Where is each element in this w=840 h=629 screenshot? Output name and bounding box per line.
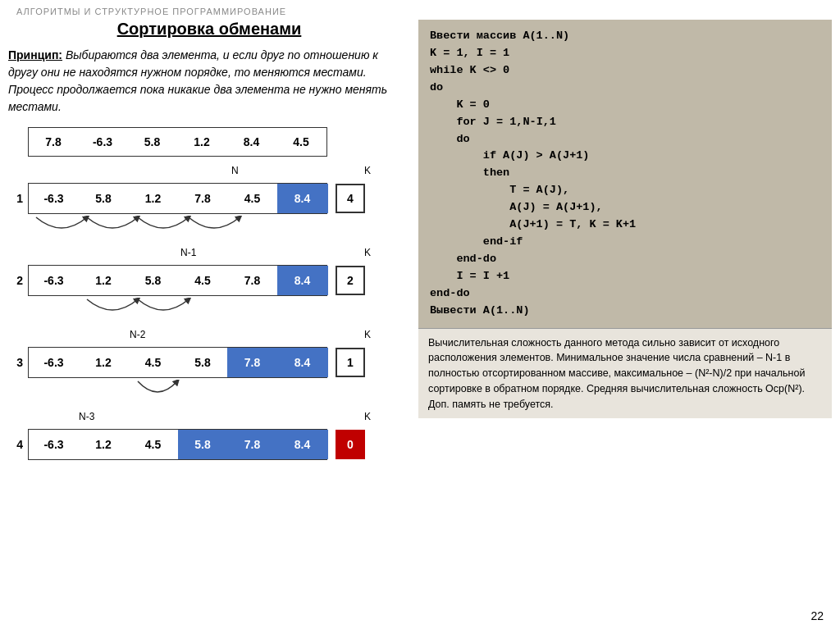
r1-c2: 1.2 (128, 184, 179, 213)
code-block: Ввести массив A(1..N) K = 1, I = 1 while… (418, 20, 832, 328)
arrows-row1 (28, 216, 340, 240)
code-line-9: then (430, 165, 820, 182)
page-number: 22 (810, 609, 824, 622)
k-badge-2: 2 (336, 266, 365, 295)
k-label-3: K (364, 329, 371, 340)
n-label-2: N-1 (180, 247, 196, 258)
sort-row-1-section: N K 1 -6.3 5.8 1.2 7.8 4.5 8.4 4 (8, 165, 410, 242)
r1-c5: 8.4 (277, 184, 328, 213)
r1-c4: 4.5 (227, 184, 278, 213)
principle-body: Выбираются два элемента, и если друг по … (8, 48, 387, 113)
sort-row-3-section: N-2 K 3 -6.3 1.2 4.5 5.8 7.8 8.4 1 (8, 329, 410, 406)
kw-do2: do (456, 133, 469, 145)
row-label-1: 1 (8, 192, 23, 205)
left-panel: Сортировка обменами Принцип: Выбираются … (8, 20, 410, 460)
k-badge-3: 1 (336, 348, 365, 377)
r2-c0: -6.3 (29, 266, 80, 295)
kw-if: if (483, 149, 496, 162)
r2-c3: 4.5 (178, 266, 229, 295)
k-badge-4: 0 (336, 430, 365, 459)
r4-c4: 7.8 (227, 430, 278, 459)
code-line-4: do (430, 80, 820, 97)
kw-while: while (430, 64, 463, 76)
k-badge-1: 4 (336, 184, 365, 213)
cell-init-3: 1.2 (177, 127, 228, 157)
r3-c0: -6.3 (29, 348, 80, 377)
code-line-10: T = A(J), (430, 182, 820, 199)
r3-c4: 7.8 (227, 348, 278, 377)
cell-init-1: -6.3 (78, 127, 129, 157)
row-label-4: 4 (8, 438, 23, 451)
cell-init-0: 7.8 (28, 127, 79, 157)
kw-for: for (456, 116, 476, 128)
n-label-4: N-3 (79, 411, 94, 422)
sort-row-4-section: N-3 K 4 -6.3 1.2 4.5 5.8 7.8 8.4 0 (8, 411, 410, 460)
code-line-6: for J = 1,N-I,1 (430, 114, 820, 131)
page-header: АЛГОРИТМЫ И СТРУКТУРНОЕ ПРОГРАММИРОВАНИЕ (0, 0, 840, 20)
k-label-1: K (364, 165, 371, 176)
principle-label: Принцип: (8, 48, 62, 62)
sort-row-2-section: N-1 K 2 -6.3 1.2 5.8 4.5 7.8 8.4 2 (8, 247, 410, 324)
r3-c3: 5.8 (178, 348, 229, 377)
r1-c3: 7.8 (178, 184, 229, 213)
kw-enddo2: end-do (430, 287, 470, 299)
kw-do1: do (430, 81, 443, 93)
r4-c1: 1.2 (79, 430, 130, 459)
r2-c2: 5.8 (128, 266, 179, 295)
principle-text: Принцип: Выбираются два элемента, и если… (8, 47, 410, 116)
kw-enddo1: end-do (456, 253, 496, 265)
complexity-text: Вычислительная сложность данного метода … (418, 328, 832, 419)
r1-c0: -6.3 (29, 184, 80, 213)
cell-init-5: 4.5 (276, 127, 327, 157)
code-line-8: if A(J) > A(J+1) (430, 148, 820, 165)
initial-array: 7.8 -6.3 5.8 1.2 8.4 4.5 (28, 127, 410, 157)
section-title: Сортировка обменами (8, 20, 410, 39)
r4-c5: 8.4 (277, 430, 328, 459)
r2-c4: 7.8 (227, 266, 278, 295)
header-title: АЛГОРИТМЫ И СТРУКТУРНОЕ ПРОГРАММИРОВАНИЕ (16, 7, 286, 16)
row-label-3: 3 (8, 356, 23, 369)
arrows-row2 (28, 298, 340, 322)
n-label-3: N-2 (130, 329, 145, 340)
k-label-4: K (364, 411, 371, 422)
code-line-3: while K <> 0 (430, 62, 820, 80)
code-line-16: end-do (430, 285, 820, 303)
code-line-5: K = 0 (430, 97, 820, 114)
code-line-17: Вывести A(1..N) (430, 303, 820, 320)
cell-init-4: 8.4 (226, 127, 277, 157)
code-line-2: K = 1, I = 1 (430, 45, 820, 62)
code-line-15: I = I +1 (430, 268, 820, 285)
kw-endif: end-if (483, 235, 523, 248)
r1-c1: 5.8 (79, 184, 130, 213)
kw-then: then (483, 166, 509, 179)
r4-c3: 5.8 (178, 430, 229, 459)
r3-c2: 4.5 (128, 348, 179, 377)
arrows-row3 (28, 380, 340, 404)
code-line-14: end-do (430, 251, 820, 268)
k-label-2: K (364, 247, 371, 258)
r2-c1: 1.2 (79, 266, 130, 295)
code-line-11: A(J) = A(J+1), (430, 199, 820, 217)
r3-c5: 8.4 (277, 348, 328, 377)
cell-init-2: 5.8 (127, 127, 178, 157)
right-panel: Ввести массив A(1..N) K = 1, I = 1 while… (418, 20, 832, 460)
r4-c0: -6.3 (29, 430, 80, 459)
code-line-7: do (430, 131, 820, 148)
r3-c1: 1.2 (79, 348, 130, 377)
code-line-1: Ввести массив A(1..N) (430, 28, 820, 45)
r2-c5: 8.4 (277, 266, 328, 295)
r4-c2: 4.5 (128, 430, 179, 459)
code-line-12: A(J+1) = T, K = K+1 (430, 217, 820, 234)
row-label-2: 2 (8, 274, 23, 287)
code-line-13: end-if (430, 234, 820, 251)
n-label-1: N (231, 165, 239, 176)
